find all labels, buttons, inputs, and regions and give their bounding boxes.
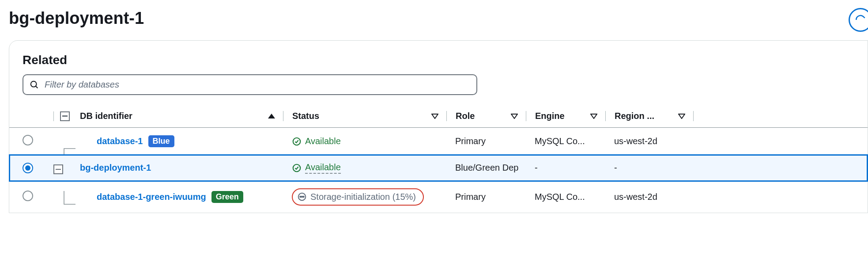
table-header: DB identifier Status Role Engine Region … bbox=[9, 107, 868, 128]
collapse-toggle[interactable] bbox=[53, 164, 63, 174]
databases-table: DB identifier Status Role Engine Region … bbox=[9, 107, 868, 213]
status-available: Available bbox=[292, 136, 341, 146]
table-row[interactable]: database-1-green-iwuumgGreenStorage-init… bbox=[9, 181, 868, 213]
region-text: - bbox=[605, 163, 694, 173]
svg-marker-5 bbox=[679, 114, 685, 118]
panel-title: Related bbox=[23, 53, 868, 67]
svg-point-11 bbox=[303, 196, 304, 197]
row-radio[interactable] bbox=[23, 163, 33, 173]
refresh-button[interactable] bbox=[849, 8, 868, 32]
related-panel: Related DB identifier Status Role bbox=[9, 40, 868, 213]
status-text: Available bbox=[305, 162, 341, 174]
table-row[interactable]: database-1BlueAvailablePrimaryMySQL Co..… bbox=[9, 128, 868, 155]
collapse-all-toggle[interactable] bbox=[60, 111, 70, 121]
filter-container[interactable] bbox=[23, 74, 477, 95]
status-available: Available bbox=[292, 162, 341, 174]
column-header-status[interactable]: Status bbox=[292, 111, 319, 121]
tree-cell bbox=[53, 162, 80, 174]
blue-badge: Blue bbox=[148, 135, 174, 147]
role-text: Blue/Green Dep bbox=[455, 163, 518, 173]
page-title: bg-deployment-1 bbox=[9, 9, 868, 28]
svg-point-9 bbox=[300, 196, 301, 197]
engine-text: MySQL Co... bbox=[526, 136, 605, 146]
region-text: us-west-2d bbox=[605, 136, 694, 146]
svg-marker-3 bbox=[511, 114, 517, 118]
status-text: Available bbox=[305, 136, 341, 146]
db-identifier-link[interactable]: database-1 bbox=[97, 136, 143, 146]
status-text: Storage-initialization (15%) bbox=[310, 192, 416, 202]
filter-input[interactable] bbox=[45, 80, 470, 90]
role-text: Primary bbox=[455, 192, 486, 202]
green-badge: Green bbox=[211, 191, 243, 203]
column-header-region[interactable]: Region ... bbox=[615, 111, 654, 121]
db-identifier-link[interactable]: bg-deployment-1 bbox=[80, 163, 151, 173]
sort-icon[interactable] bbox=[511, 114, 518, 119]
sort-icon[interactable] bbox=[431, 114, 438, 119]
table-row[interactable]: bg-deployment-1AvailableBlue/Green Dep-- bbox=[9, 155, 868, 181]
row-radio[interactable] bbox=[23, 191, 33, 201]
refresh-icon bbox=[855, 14, 866, 26]
svg-point-10 bbox=[302, 196, 302, 197]
sort-asc-icon[interactable] bbox=[268, 114, 275, 118]
check-circle-icon bbox=[292, 137, 302, 146]
svg-marker-2 bbox=[432, 114, 438, 118]
db-identifier-link[interactable]: database-1-green-iwuumg bbox=[97, 192, 206, 202]
check-circle-icon bbox=[292, 163, 302, 173]
sort-icon[interactable] bbox=[590, 114, 597, 119]
column-header-id[interactable]: DB identifier bbox=[80, 111, 264, 121]
progress-icon bbox=[297, 192, 307, 202]
svg-point-0 bbox=[31, 81, 37, 87]
svg-line-1 bbox=[36, 86, 38, 88]
search-icon bbox=[30, 80, 39, 90]
sort-icon[interactable] bbox=[678, 114, 685, 119]
role-text: Primary bbox=[455, 136, 486, 146]
svg-marker-4 bbox=[591, 114, 597, 118]
row-radio[interactable] bbox=[23, 135, 33, 145]
column-header-role[interactable]: Role bbox=[456, 111, 475, 121]
status-progress: Storage-initialization (15%) bbox=[292, 188, 424, 206]
engine-text: MySQL Co... bbox=[526, 192, 605, 202]
engine-text: - bbox=[526, 163, 605, 173]
region-text: us-west-2d bbox=[605, 192, 694, 202]
column-header-engine[interactable]: Engine bbox=[535, 111, 565, 121]
